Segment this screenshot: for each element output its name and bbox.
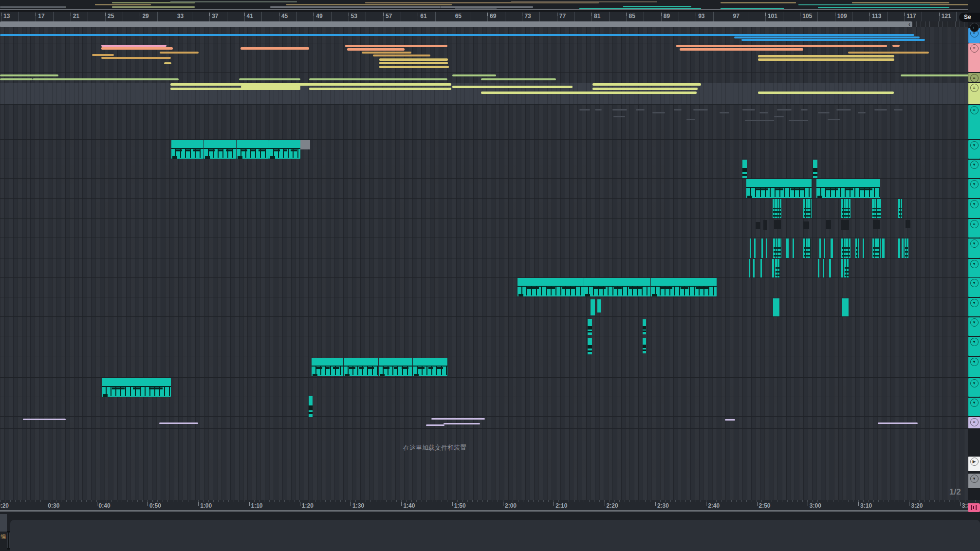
midi-clip[interactable] xyxy=(816,179,880,198)
clip-note-line[interactable] xyxy=(680,48,803,51)
collapse-icon[interactable]: ▾ xyxy=(970,318,979,327)
song-overview-strip[interactable] xyxy=(0,0,980,9)
collapse-icon[interactable]: ▾ xyxy=(970,379,979,387)
selected-clip-stub[interactable] xyxy=(300,140,310,149)
clip-note-line[interactable] xyxy=(33,78,179,80)
menu-icon[interactable]: ≡ xyxy=(970,84,979,92)
clip-note-line[interactable] xyxy=(452,86,573,88)
midi-clip-column[interactable] xyxy=(829,259,831,277)
clip-note-line[interactable] xyxy=(101,57,171,59)
sidebar-teal-subtrack-11[interactable]: ▾ xyxy=(968,337,980,356)
clip-note-line[interactable] xyxy=(0,34,914,36)
midi-clip-strip[interactable] xyxy=(643,338,646,353)
midi-clip-column[interactable] xyxy=(823,259,824,277)
menu-icon[interactable]: ≡ xyxy=(970,106,979,114)
midi-clip-strip[interactable] xyxy=(643,319,646,334)
midi-clip-column[interactable] xyxy=(775,259,780,277)
clip-note-line[interactable] xyxy=(101,47,173,50)
menu-icon[interactable]: ≡ xyxy=(970,220,979,228)
collapse-icon[interactable]: ▾ xyxy=(970,338,979,346)
sidebar-teal-subtrack-5[interactable]: ≡ xyxy=(968,219,980,238)
collapse-icon[interactable]: ▾ xyxy=(970,161,979,169)
midi-clip[interactable] xyxy=(651,278,717,296)
midi-clip-solid[interactable] xyxy=(591,299,595,315)
sidebar-teal-subtrack-4[interactable]: ▾ xyxy=(968,199,980,218)
midi-clip[interactable] xyxy=(237,140,269,159)
sidebar-teal-subtrack-12[interactable]: ▾ xyxy=(968,357,980,377)
collapse-icon[interactable]: ▾ xyxy=(970,141,979,149)
menu-icon[interactable]: ≡ xyxy=(970,74,979,82)
clip-note-line[interactable] xyxy=(481,92,697,94)
clip-note-line[interactable] xyxy=(758,55,894,57)
menu-icon[interactable]: ≡ xyxy=(970,44,979,53)
midi-clip-column[interactable] xyxy=(841,199,851,218)
sidebar-teal-subtrack-1[interactable]: ▾ xyxy=(968,140,980,159)
clip-note-line[interactable] xyxy=(362,52,411,54)
clip-note-line[interactable] xyxy=(345,45,447,47)
collapse-icon[interactable]: ▾ xyxy=(970,200,979,208)
sidebar-teal-subtrack-13[interactable]: ▾ xyxy=(968,378,980,397)
sidebar-teal-subtrack-8[interactable]: ▾ xyxy=(968,278,980,297)
sidebar-track-pink[interactable]: ≡ xyxy=(968,43,980,72)
clip-note-line[interactable] xyxy=(452,74,496,76)
midi-clip[interactable] xyxy=(746,179,812,198)
clip-note-line[interactable] xyxy=(676,45,887,47)
sidebar-teal-subtrack-14[interactable]: ▾ xyxy=(968,398,980,416)
clip-note-line[interactable] xyxy=(481,78,556,80)
horizontal-zoom-scroll-track[interactable]: ‹ xyxy=(0,21,968,27)
midi-clip-column[interactable] xyxy=(831,239,833,258)
sidebar-group-track-teal[interactable]: ≡ xyxy=(968,105,980,139)
midi-clip-column[interactable] xyxy=(754,239,756,258)
midi-clip-strip[interactable] xyxy=(309,396,313,417)
midi-clip-solid[interactable] xyxy=(773,298,779,316)
midi-clip-column[interactable] xyxy=(855,239,859,258)
midi-clip[interactable] xyxy=(518,278,584,296)
device-view-panel[interactable] xyxy=(10,520,980,551)
sidebar-teal-subtrack-10[interactable]: ▾ xyxy=(968,317,980,336)
clip-note-line[interactable] xyxy=(741,39,925,41)
time-ruler[interactable]: 0:200:300:400:501:001:101:201:301:401:50… xyxy=(0,500,980,510)
midi-clip-column[interactable] xyxy=(773,199,781,218)
midi-clip[interactable] xyxy=(584,278,650,296)
midi-clip-column[interactable] xyxy=(803,199,812,218)
sidebar-teal-subtrack-6[interactable]: ▾ xyxy=(968,239,980,258)
midi-clip-strip[interactable] xyxy=(742,160,747,178)
collapse-icon[interactable]: ▾ xyxy=(970,239,979,248)
sidebar-teal-subtrack-3[interactable]: ▾ xyxy=(968,179,980,198)
clip-note-line[interactable] xyxy=(373,55,430,56)
midi-clip-column[interactable] xyxy=(760,259,762,277)
midi-clip-column[interactable] xyxy=(844,259,849,277)
clip-note-line[interactable] xyxy=(758,92,894,94)
midi-clip-column[interactable] xyxy=(753,259,755,277)
clip-note-line[interactable] xyxy=(239,78,300,80)
collapse-icon[interactable]: ▾ xyxy=(970,260,979,268)
collapse-icon[interactable]: ▾ xyxy=(970,279,979,287)
sidebar-teal-subtrack-7[interactable]: ▾ xyxy=(968,259,980,277)
midi-clip-column[interactable] xyxy=(786,239,789,258)
detail-panel-tab[interactable] xyxy=(0,514,7,532)
clip-note-line[interactable] xyxy=(431,418,485,420)
midi-clip-column[interactable] xyxy=(898,239,900,258)
clip-note-line[interactable] xyxy=(592,88,698,90)
clip-note-line[interactable] xyxy=(92,54,114,56)
collapse-icon[interactable]: ▾ xyxy=(970,399,979,407)
midi-clip[interactable] xyxy=(344,358,378,376)
midi-clip-column[interactable] xyxy=(773,239,781,258)
collapse-icon[interactable]: ▾ xyxy=(970,180,979,188)
midi-clip-strip[interactable] xyxy=(588,319,592,335)
midi-clip-column[interactable] xyxy=(793,239,794,258)
sidebar-track-olive[interactable]: ≡ xyxy=(968,73,980,82)
clip-note-line[interactable] xyxy=(309,88,451,90)
clip-note-line[interactable] xyxy=(892,45,900,47)
clip-note-line[interactable] xyxy=(170,88,300,90)
clip-note-line[interactable] xyxy=(592,83,701,86)
midi-clip-column[interactable] xyxy=(882,239,885,258)
clip-note-line[interactable] xyxy=(347,48,405,51)
clip-note-line[interactable] xyxy=(309,78,447,80)
clip-note-line[interactable] xyxy=(0,74,58,76)
midi-clip-solid[interactable] xyxy=(842,298,849,316)
sidebar-track-white[interactable]: ▶ xyxy=(968,457,980,471)
midi-clip-column[interactable] xyxy=(818,259,819,277)
midi-clip-column[interactable] xyxy=(841,239,851,258)
play-icon[interactable]: ▶ xyxy=(970,458,979,466)
